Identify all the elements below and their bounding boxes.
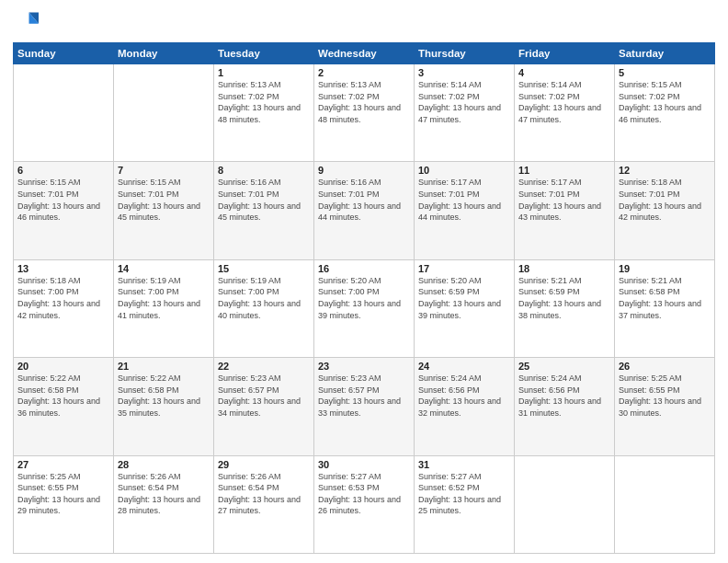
calendar-cell: 17Sunrise: 5:20 AM Sunset: 6:59 PM Dayli… — [415, 259, 515, 357]
day-info: Sunrise: 5:14 AM Sunset: 7:02 PM Dayligh… — [418, 79, 510, 125]
calendar-cell: 3Sunrise: 5:14 AM Sunset: 7:02 PM Daylig… — [415, 64, 515, 162]
calendar-cell: 12Sunrise: 5:18 AM Sunset: 7:01 PM Dayli… — [615, 162, 715, 259]
day-number: 4 — [518, 67, 610, 78]
calendar-cell: 30Sunrise: 5:27 AM Sunset: 6:53 PM Dayli… — [314, 455, 415, 553]
calendar-cell — [114, 64, 214, 162]
day-info: Sunrise: 5:22 AM Sunset: 6:58 PM Dayligh… — [118, 373, 210, 419]
calendar-week-row: 6Sunrise: 5:15 AM Sunset: 7:01 PM Daylig… — [14, 162, 715, 259]
day-info: Sunrise: 5:13 AM Sunset: 7:02 PM Dayligh… — [318, 79, 410, 125]
calendar-cell: 31Sunrise: 5:27 AM Sunset: 6:52 PM Dayli… — [415, 455, 515, 553]
day-number: 1 — [218, 67, 310, 78]
day-number: 3 — [418, 67, 510, 78]
day-info: Sunrise: 5:15 AM Sunset: 7:01 PM Dayligh… — [118, 177, 210, 223]
day-info: Sunrise: 5:18 AM Sunset: 7:01 PM Dayligh… — [619, 177, 711, 223]
day-number: 20 — [17, 361, 109, 372]
weekday-header: Friday — [515, 43, 615, 64]
calendar-cell: 14Sunrise: 5:19 AM Sunset: 7:00 PM Dayli… — [114, 259, 214, 357]
day-number: 8 — [218, 165, 310, 176]
calendar-cell: 26Sunrise: 5:25 AM Sunset: 6:55 PM Dayli… — [615, 358, 715, 455]
day-number: 19 — [619, 263, 711, 274]
day-number: 17 — [418, 263, 510, 274]
calendar-cell: 5Sunrise: 5:15 AM Sunset: 7:02 PM Daylig… — [615, 64, 715, 162]
day-number: 9 — [318, 165, 410, 176]
calendar-cell: 9Sunrise: 5:16 AM Sunset: 7:01 PM Daylig… — [314, 162, 415, 259]
calendar-cell — [14, 64, 114, 162]
day-info: Sunrise: 5:15 AM Sunset: 7:02 PM Dayligh… — [619, 79, 711, 125]
calendar-cell: 11Sunrise: 5:17 AM Sunset: 7:01 PM Dayli… — [515, 162, 615, 259]
day-number: 24 — [418, 361, 510, 372]
calendar-cell: 22Sunrise: 5:23 AM Sunset: 6:57 PM Dayli… — [214, 358, 314, 455]
day-info: Sunrise: 5:25 AM Sunset: 6:55 PM Dayligh… — [17, 471, 109, 517]
day-info: Sunrise: 5:21 AM Sunset: 6:58 PM Dayligh… — [619, 275, 711, 321]
calendar-cell: 27Sunrise: 5:25 AM Sunset: 6:55 PM Dayli… — [14, 455, 114, 553]
day-number: 13 — [17, 263, 109, 274]
day-number: 21 — [118, 361, 210, 372]
calendar-cell — [515, 455, 615, 553]
calendar-cell: 4Sunrise: 5:14 AM Sunset: 7:02 PM Daylig… — [515, 64, 615, 162]
day-info: Sunrise: 5:18 AM Sunset: 7:00 PM Dayligh… — [17, 275, 109, 321]
day-info: Sunrise: 5:16 AM Sunset: 7:01 PM Dayligh… — [218, 177, 310, 223]
calendar-cell: 16Sunrise: 5:20 AM Sunset: 7:00 PM Dayli… — [314, 259, 415, 357]
day-number: 26 — [619, 361, 711, 372]
day-info: Sunrise: 5:26 AM Sunset: 6:54 PM Dayligh… — [218, 471, 310, 517]
day-number: 29 — [218, 459, 310, 470]
day-number: 18 — [518, 263, 610, 274]
day-number: 22 — [218, 361, 310, 372]
calendar-header-row: SundayMondayTuesdayWednesdayThursdayFrid… — [14, 43, 715, 64]
calendar-cell: 28Sunrise: 5:26 AM Sunset: 6:54 PM Dayli… — [114, 455, 214, 553]
day-number: 12 — [619, 165, 711, 176]
day-number: 14 — [118, 263, 210, 274]
day-info: Sunrise: 5:21 AM Sunset: 6:59 PM Dayligh… — [518, 275, 610, 321]
calendar-cell: 24Sunrise: 5:24 AM Sunset: 6:56 PM Dayli… — [415, 358, 515, 455]
calendar-cell: 19Sunrise: 5:21 AM Sunset: 6:58 PM Dayli… — [615, 259, 715, 357]
calendar-cell: 7Sunrise: 5:15 AM Sunset: 7:01 PM Daylig… — [114, 162, 214, 259]
day-info: Sunrise: 5:27 AM Sunset: 6:53 PM Dayligh… — [318, 471, 410, 517]
calendar-cell: 6Sunrise: 5:15 AM Sunset: 7:01 PM Daylig… — [14, 162, 114, 259]
calendar-cell: 15Sunrise: 5:19 AM Sunset: 7:00 PM Dayli… — [214, 259, 314, 357]
day-number: 6 — [17, 165, 109, 176]
calendar-cell: 29Sunrise: 5:26 AM Sunset: 6:54 PM Dayli… — [214, 455, 314, 553]
calendar-week-row: 13Sunrise: 5:18 AM Sunset: 7:00 PM Dayli… — [14, 259, 715, 357]
day-info: Sunrise: 5:19 AM Sunset: 7:00 PM Dayligh… — [218, 275, 310, 321]
day-info: Sunrise: 5:27 AM Sunset: 6:52 PM Dayligh… — [418, 471, 510, 517]
day-number: 11 — [518, 165, 610, 176]
calendar-cell: 20Sunrise: 5:22 AM Sunset: 6:58 PM Dayli… — [14, 358, 114, 455]
day-number: 23 — [318, 361, 410, 372]
day-number: 5 — [619, 67, 711, 78]
calendar-cell: 10Sunrise: 5:17 AM Sunset: 7:01 PM Dayli… — [415, 162, 515, 259]
day-number: 31 — [418, 459, 510, 470]
calendar-cell: 8Sunrise: 5:16 AM Sunset: 7:01 PM Daylig… — [214, 162, 314, 259]
day-info: Sunrise: 5:17 AM Sunset: 7:01 PM Dayligh… — [418, 177, 510, 223]
day-info: Sunrise: 5:23 AM Sunset: 6:57 PM Dayligh… — [318, 373, 410, 419]
weekday-header: Monday — [114, 43, 214, 64]
weekday-header: Tuesday — [214, 43, 314, 64]
calendar-cell: 18Sunrise: 5:21 AM Sunset: 6:59 PM Dayli… — [515, 259, 615, 357]
calendar-cell: 13Sunrise: 5:18 AM Sunset: 7:00 PM Dayli… — [14, 259, 114, 357]
calendar-cell: 23Sunrise: 5:23 AM Sunset: 6:57 PM Dayli… — [314, 358, 415, 455]
calendar-cell — [615, 455, 715, 553]
calendar-cell: 2Sunrise: 5:13 AM Sunset: 7:02 PM Daylig… — [314, 64, 415, 162]
logo — [13, 9, 42, 35]
day-info: Sunrise: 5:25 AM Sunset: 6:55 PM Dayligh… — [619, 373, 711, 419]
day-info: Sunrise: 5:24 AM Sunset: 6:56 PM Dayligh… — [518, 373, 610, 419]
day-number: 28 — [118, 459, 210, 470]
calendar-cell: 21Sunrise: 5:22 AM Sunset: 6:58 PM Dayli… — [114, 358, 214, 455]
day-number: 27 — [17, 459, 109, 470]
day-number: 7 — [118, 165, 210, 176]
day-info: Sunrise: 5:24 AM Sunset: 6:56 PM Dayligh… — [418, 373, 510, 419]
day-info: Sunrise: 5:14 AM Sunset: 7:02 PM Dayligh… — [518, 79, 610, 125]
weekday-header: Sunday — [14, 43, 114, 64]
logo-icon — [13, 9, 39, 35]
calendar-week-row: 1Sunrise: 5:13 AM Sunset: 7:02 PM Daylig… — [14, 64, 715, 162]
day-info: Sunrise: 5:13 AM Sunset: 7:02 PM Dayligh… — [218, 79, 310, 125]
day-number: 10 — [418, 165, 510, 176]
day-number: 16 — [318, 263, 410, 274]
day-info: Sunrise: 5:20 AM Sunset: 7:00 PM Dayligh… — [318, 275, 410, 321]
calendar-week-row: 20Sunrise: 5:22 AM Sunset: 6:58 PM Dayli… — [14, 358, 715, 455]
day-info: Sunrise: 5:16 AM Sunset: 7:01 PM Dayligh… — [318, 177, 410, 223]
weekday-header: Thursday — [415, 43, 515, 64]
day-info: Sunrise: 5:22 AM Sunset: 6:58 PM Dayligh… — [17, 373, 109, 419]
day-info: Sunrise: 5:26 AM Sunset: 6:54 PM Dayligh… — [118, 471, 210, 517]
weekday-header: Wednesday — [314, 43, 415, 64]
page: SundayMondayTuesdayWednesdayThursdayFrid… — [0, 0, 728, 563]
